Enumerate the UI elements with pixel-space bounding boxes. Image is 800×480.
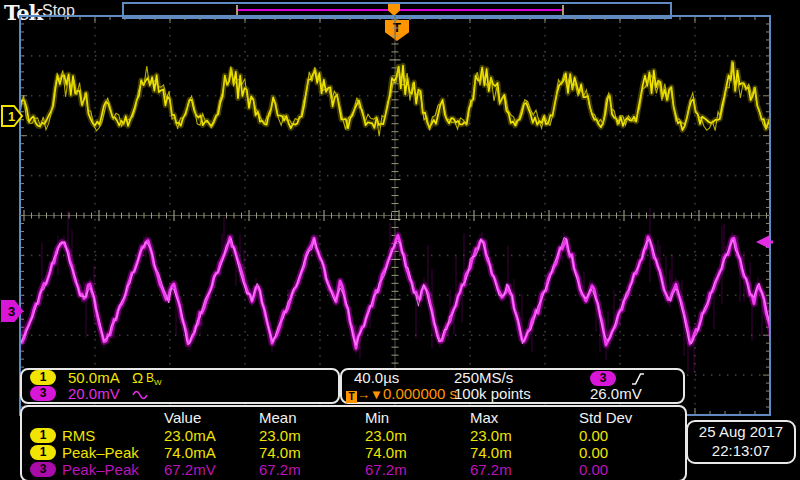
measurement-row[interactable]: 3 Peak–Peak 67.2mV 67.2m 67.2m 67.2m 0.0… bbox=[22, 461, 685, 478]
trigger-t-icon: T bbox=[346, 391, 357, 403]
meas-min: 67.2m bbox=[365, 461, 407, 478]
meas-ch-badge: 3 bbox=[30, 462, 56, 477]
trigger-delay-arrows-icon: →▼ bbox=[357, 387, 383, 402]
record-length: 100k points bbox=[454, 386, 531, 402]
meas-mean: 74.0m bbox=[259, 444, 301, 461]
channel-1-scale: 50.0mA bbox=[68, 370, 120, 386]
horizontal-trigger-readout-box[interactable]: 40.0µs 250MS/s 3 T→▼0.000000 s 100k poin… bbox=[340, 368, 685, 404]
meas-mean: 67.2m bbox=[259, 461, 301, 478]
meas-max: 23.0m bbox=[470, 427, 512, 444]
meas-name: RMS bbox=[62, 427, 95, 444]
channel-3-scale: 20.0mV bbox=[68, 386, 120, 402]
meas-value: 74.0mA bbox=[164, 444, 216, 461]
col-header-min: Min bbox=[365, 409, 389, 426]
meas-mean: 23.0m bbox=[259, 427, 301, 444]
col-header-value: Value bbox=[164, 409, 201, 426]
meas-max: 74.0m bbox=[470, 444, 512, 461]
measurement-row[interactable]: 1 Peak–Peak 74.0mA 74.0m 74.0m 74.0m 0.0… bbox=[22, 444, 685, 461]
measurement-table[interactable]: Value Mean Min Max Std Dev 1 RMS 23.0mA … bbox=[20, 405, 687, 480]
col-header-stddev: Std Dev bbox=[579, 409, 632, 426]
measurement-row[interactable]: 1 RMS 23.0mA 23.0m 23.0m 23.0m 0.00 bbox=[22, 427, 685, 444]
trigger-slope-rising-icon bbox=[631, 372, 645, 386]
channel-3-badge[interactable]: 3 bbox=[30, 386, 56, 401]
meas-value: 67.2mV bbox=[164, 461, 216, 478]
meas-std: 0.00 bbox=[579, 461, 608, 478]
bw-b: B bbox=[146, 371, 154, 385]
channel-3-marker-label: 3 bbox=[8, 304, 15, 319]
time-label: 22:13:07 bbox=[688, 441, 794, 460]
trigger-delay-value: 0.000000 s bbox=[383, 385, 457, 402]
meas-std: 0.00 bbox=[579, 427, 608, 444]
datetime-box: 25 Aug 2017 22:13:07 bbox=[686, 420, 796, 464]
measurement-header-row: Value Mean Min Max Std Dev bbox=[22, 409, 685, 426]
channel-1-coupling-icon: Ω bbox=[132, 370, 143, 386]
channel-1-marker-label: 1 bbox=[8, 109, 15, 124]
meas-ch-badge: 1 bbox=[30, 428, 56, 443]
trigger-level-value: 26.0mV bbox=[590, 386, 642, 402]
col-header-mean: Mean bbox=[259, 409, 297, 426]
meas-value: 23.0mA bbox=[164, 427, 216, 444]
sample-rate: 250MS/s bbox=[454, 370, 513, 386]
channel-1-badge[interactable]: 1 bbox=[30, 370, 56, 385]
meas-name: Peak–Peak bbox=[62, 461, 139, 478]
meas-min: 23.0m bbox=[365, 427, 407, 444]
ac-waveform-icon bbox=[132, 390, 148, 400]
meas-std: 0.00 bbox=[579, 444, 608, 461]
meas-ch-badge: 1 bbox=[30, 445, 56, 460]
trigger-source-badge[interactable]: 3 bbox=[590, 371, 616, 386]
channel-readout-box[interactable]: 1 50.0mA Ω BW 3 20.0mV bbox=[20, 368, 340, 404]
meas-name: Peak–Peak bbox=[62, 444, 139, 461]
meas-min: 74.0m bbox=[365, 444, 407, 461]
time-per-div: 40.0µs bbox=[354, 370, 399, 386]
meas-max: 67.2m bbox=[470, 461, 512, 478]
col-header-max: Max bbox=[470, 409, 498, 426]
date-label: 25 Aug 2017 bbox=[688, 422, 794, 441]
oscilloscope-screen: Tek Stop T 1 3 1 50.0mA Ω bbox=[0, 0, 800, 480]
trigger-delay-readout: T→▼0.000000 s bbox=[346, 386, 457, 403]
